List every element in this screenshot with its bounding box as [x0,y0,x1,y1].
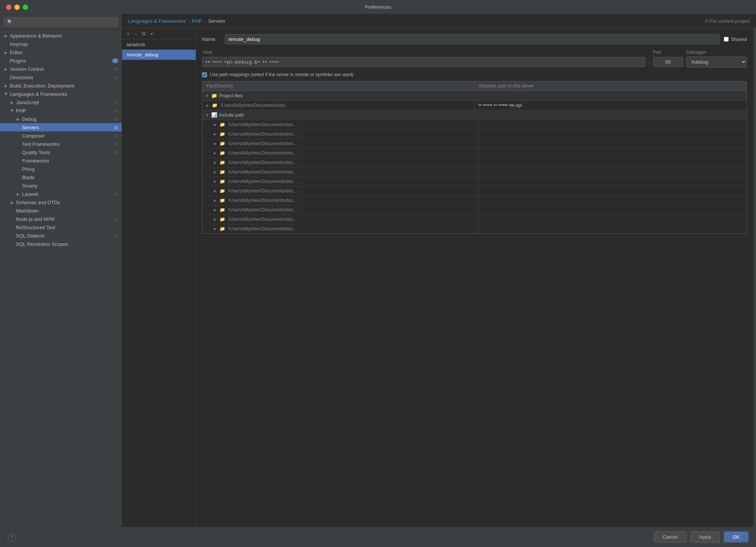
file-directory-header: File/Directory [202,81,475,91]
include-row-5: ▶ 📁 /Users/billyshen/Documents/doc... [202,167,747,177]
use-path-mappings-label: Use path mappings (select if the server … [210,72,353,77]
content-area: Languages & Frameworks › PHP › Servers ⊡… [122,14,756,527]
include-path-section-header[interactable]: ▼ 📊 Include path [202,110,747,120]
sidebar-item-quality-tools[interactable]: Quality Tools ⊡ [0,148,122,156]
sidebar-item-javascript[interactable]: JavaScript ⊡ [0,98,122,106]
sidebar-item-schemas[interactable]: Schemas and DTDs [0,198,122,206]
copy-server-button[interactable]: ⧉ [140,30,147,38]
import-server-button[interactable]: ↵ [149,30,156,38]
sidebar-label-servers: Servers [22,125,113,130]
minimize-button[interactable] [14,5,20,10]
breadcrumb-languages[interactable]: Languages & Frameworks [128,18,186,24]
include-path-9: ▶ 📁 /Users/billyshen/Documents/doc... [202,205,478,214]
include-server-path-5 [478,167,747,177]
sidebar-label-blade: Blade [22,175,119,180]
debugger-select[interactable]: Xdebug Zend Debugger [686,56,747,67]
include-path-icon: 📊 [211,112,217,118]
sidebar-item-frameworks[interactable]: Frameworks [0,156,122,165]
project-file-server-path-0: •• •••••• •• •••••• •te-api [475,101,747,110]
name-input[interactable] [225,34,720,44]
maximize-button[interactable] [23,5,28,10]
help-button[interactable]: ? [8,533,16,541]
shared-checkbox[interactable] [724,37,729,42]
sidebar-item-build[interactable]: Build, Execution, Deployment [0,81,122,90]
breadcrumb-php[interactable]: PHP [192,18,202,24]
host-input[interactable] [202,57,645,67]
project-files-section-header[interactable]: ▼ 📁 Project files [202,91,747,101]
bottom-bar: ? Cancel Apply OK https://blog.csdn.net/… [0,527,756,547]
project-file-row-0: ▶ 📁 /Users/billyshen/Documents/doc... ••… [202,101,747,110]
shared-checkbox-container: Shared [724,36,747,42]
sidebar-item-languages[interactable]: Languages & Frameworks [0,90,122,98]
sidebar: Appearance & Behavior Keymap Editor Plug… [0,14,122,527]
tree-arrow-vc [3,66,9,72]
server-item-laradock[interactable]: laradock [122,39,196,50]
sidebar-label-keymap: Keymap [10,41,119,47]
search-input[interactable] [4,17,118,27]
sidebar-item-phing[interactable]: Phing [0,165,122,173]
ext-icon-quality: ⊡ [113,150,119,155]
sidebar-item-smarty[interactable]: Smarty [0,181,122,190]
port-input[interactable] [653,57,683,67]
include-row-11: ▶ 📁 /Users/billyshen/Documents/doc... [202,224,747,233]
sidebar-label-editor: Editor [10,50,119,55]
use-path-mappings-checkbox[interactable] [202,72,207,77]
sidebar-label-test: Test Frameworks [22,141,113,147]
remove-server-button[interactable]: − [133,30,139,38]
sidebar-item-sql-dialects[interactable]: SQL Dialects ⊡ [0,231,122,240]
sidebar-item-markdown[interactable]: Markdown [0,206,122,215]
sidebar-label-phing: Phing [22,166,119,172]
ext-icon-vc: ⊡ [113,66,119,72]
sidebar-item-plugins[interactable]: Plugins 2 [0,56,122,65]
sidebar-item-sql-resolution[interactable]: SQL Resolution Scopes [0,240,122,248]
window-controls[interactable] [6,5,28,10]
sidebar-item-laravel[interactable]: Laravel ⊡ [0,190,122,198]
sidebar-item-editor[interactable]: Editor [0,48,122,56]
sidebar-item-php[interactable]: PHP ⊡ [0,106,122,115]
sidebar-item-composer[interactable]: Composer ⊡ [0,131,122,140]
sidebar-item-directories[interactable]: Directories ⊡ [0,73,122,81]
host-config-section: Host Port Debugger : Xdebug Zend Debugge… [202,50,747,67]
watermark: https://blog.csdn.net/F_angT [702,540,750,544]
shared-label: Shared [731,36,747,42]
cancel-button[interactable]: Cancel [654,531,686,542]
server-list-toolbar: + − ⧉ ↵ [122,28,196,39]
project-files-folder-icon: 📁 [211,93,217,98]
ext-icon-js: ⊡ [113,100,119,105]
ext-icon-sql: ⊡ [113,233,119,238]
sidebar-label-vc: Version Control [10,66,113,72]
mappings-table: File/Directory Absolute path on the serv… [202,81,747,234]
scrollbar-track[interactable] [753,28,756,527]
sidebar-item-blade[interactable]: Blade [0,173,122,181]
use-path-mappings-row: Use path mappings (select if the server … [202,72,747,77]
include-server-path-10 [478,215,747,224]
include-server-path-11 [478,224,747,233]
project-file-path-0: ▶ 📁 /Users/billyshen/Documents/doc... [202,101,475,110]
sidebar-label-languages: Languages & Frameworks [10,91,119,97]
sidebar-item-servers[interactable]: Servers ⊡ [0,123,122,131]
path-mappings-section: Use path mappings (select if the server … [202,72,747,234]
sidebar-label-schemas: Schemas and DTDs [16,200,119,205]
sidebar-item-test-frameworks[interactable]: Test Frameworks ⊡ [0,140,122,148]
add-server-button[interactable]: + [125,30,131,38]
close-button[interactable] [6,5,11,10]
sidebar-item-version-control[interactable]: Version Control ⊡ [0,65,122,73]
sidebar-item-nodejs[interactable]: Node.js and NPM ⊡ [0,215,122,223]
include-server-path-1 [478,130,747,139]
ext-icon-composer: ⊡ [113,133,119,138]
server-config-panel: Name: Shared Host Port Debugger [196,28,753,527]
sidebar-item-restructured[interactable]: ReStructured Text [0,223,122,231]
breadcrumb-bar: Languages & Frameworks › PHP › Servers ⊡… [122,14,756,28]
include-server-path-4 [478,158,747,167]
sidebar-item-appearance-behavior[interactable]: Appearance & Behavior [0,31,122,40]
include-path-arrow: ▼ [205,113,209,117]
tree-arrow-laravel [15,191,21,197]
sidebar-item-keymap[interactable]: Keymap [0,40,122,48]
sidebar-item-debug[interactable]: Debug ⊡ [0,115,122,123]
sidebar-label-js: JavaScript [16,100,113,105]
server-item-remote-debug[interactable]: remote_debug [122,50,196,60]
host-col-header: Host [203,50,650,55]
include-row-8: ▶ 📁 /Users/billyshen/Documents/doc... [202,196,747,205]
server-panel: + − ⧉ ↵ laradock remote_debug [122,28,756,527]
sidebar-label-frameworks: Frameworks [22,158,119,164]
